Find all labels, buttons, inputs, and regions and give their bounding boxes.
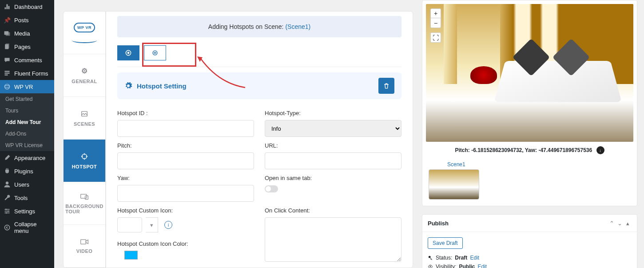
vr-icon [4, 83, 11, 90]
hotspot-tabs-row [117, 45, 402, 60]
metabox-down-button[interactable]: ⌄ [616, 219, 624, 227]
notice-scene-link[interactable]: (Scene1) [285, 23, 310, 30]
menu-pages[interactable]: Pages [0, 40, 54, 53]
on-click-textarea[interactable] [265, 217, 402, 262]
field-on-click: On Click Content: [265, 207, 402, 263]
scene-notice: Adding Hotspots on Scene: (Scene1) [117, 16, 402, 37]
submenu-wp-vr: Get Started Tours Add New Tour Add-Ons W… [0, 93, 54, 151]
wpvr-logo-badge: WP VR [74, 23, 95, 32]
zoom-in-button[interactable]: + [431, 9, 441, 18]
icon-picker: ▾ i [117, 217, 254, 232]
save-draft-button[interactable]: Save Draft [428, 237, 463, 249]
sub-add-new-tour[interactable]: Add New Tour [0, 116, 54, 128]
hotspot-add-tab[interactable] [144, 45, 166, 60]
svg-rect-21 [81, 240, 86, 244]
tab-hotspot[interactable]: HOTSPOT [64, 140, 105, 182]
field-hotspot-id: Hotspot ID : [117, 110, 254, 137]
eye-icon [428, 264, 433, 268]
visibility-label: Visibility: [436, 264, 456, 268]
menu-label: Appearance [14, 155, 45, 161]
metabox-up-button[interactable]: ⌃ [608, 219, 616, 227]
info-icon[interactable]: i [164, 221, 172, 229]
yaw-input[interactable] [117, 185, 254, 202]
menu-settings[interactable]: Settings [0, 204, 54, 218]
video-icon [80, 239, 89, 245]
key-icon [428, 255, 433, 260]
main-content: WP VR ⚙GENERAL SCENES HOTSPOT BACKGROUND… [54, 0, 644, 268]
publish-header: Publish ⌃ ⌄ ▴ [422, 215, 637, 232]
label: Open in same tab: [265, 175, 402, 181]
visibility-row: Visibility: Public Edit [428, 262, 632, 268]
tab-general[interactable]: ⚙GENERAL [64, 54, 105, 97]
scene-name[interactable]: Scene1 [447, 161, 633, 168]
menu-users[interactable]: Users [0, 178, 54, 191]
trash-icon [383, 82, 390, 89]
icon-input[interactable] [117, 217, 142, 232]
vr-preview[interactable]: + − ⛶ [426, 4, 633, 142]
menu-tools[interactable]: Tools [0, 191, 54, 204]
menu-label: WP VR [14, 84, 33, 90]
svg-point-15 [6, 212, 7, 213]
user-icon [4, 181, 11, 188]
pitch-input[interactable] [117, 152, 254, 169]
sliders-icon [4, 208, 11, 215]
hotspot-tab-1[interactable] [117, 45, 139, 60]
url-input[interactable] [265, 152, 402, 169]
menu-plugins[interactable]: Plugins [0, 164, 54, 178]
dot-circle-icon [125, 49, 132, 56]
menu-dashboard[interactable]: Dashboard [0, 0, 54, 13]
sub-license[interactable]: WP VR License [0, 140, 54, 151]
menu-posts[interactable]: 📌Posts [0, 13, 54, 27]
hotspot-setting-title: Hotspot Setting [137, 82, 374, 90]
menu-collapse[interactable]: Collapse menu [0, 218, 54, 237]
color-swatch[interactable] [124, 251, 138, 260]
edit-status-link[interactable]: Edit [470, 255, 479, 261]
tab-background-tour[interactable]: BACKGROUNDTOUR [64, 182, 105, 225]
field-yaw: Yaw: [117, 175, 254, 202]
sub-get-started[interactable]: Get Started [0, 93, 54, 105]
yaw-value: Yaw: -47.449671896757536 [525, 147, 592, 153]
status-label: Status: [436, 255, 452, 261]
label: Hotspot Custom Icon: [117, 207, 254, 214]
divider [117, 67, 402, 67]
hotspot-setting-header: Hotspot Setting [117, 72, 402, 99]
logo-tab: WP VR [64, 12, 105, 54]
publish-metabox: Publish ⌃ ⌄ ▴ Save Draft Status: Draft E… [422, 214, 637, 268]
label: Hotspot-Type: [265, 110, 402, 116]
fullscreen-button[interactable]: ⛶ [431, 33, 441, 42]
svg-point-25 [429, 256, 431, 258]
svg-point-9 [6, 182, 8, 184]
tab-scenes[interactable]: SCENES [64, 97, 105, 140]
menu-media[interactable]: Media [0, 27, 54, 40]
hotspot-panel: Adding Hotspots on Scene: (Scene1) Hotsp… [106, 11, 413, 268]
delete-hotspot-button[interactable] [378, 78, 394, 94]
notice-text: Adding Hotspots on Scene: [208, 23, 286, 30]
devices-icon [80, 193, 89, 200]
menu-comments[interactable]: Comments [0, 53, 54, 67]
field-icon-color: Hotspot Custom Icon Color: [117, 240, 254, 264]
svg-rect-6 [4, 74, 8, 75]
hotspot-type-select[interactable]: Info [265, 120, 402, 137]
menu-label: Comments [14, 57, 42, 64]
field-pitch: Pitch: [117, 142, 254, 169]
field-url: URL: [265, 142, 402, 169]
open-tab-toggle[interactable] [265, 185, 278, 192]
menu-fluent-forms[interactable]: Fluent Forms [0, 67, 54, 80]
svg-rect-4 [4, 71, 9, 72]
menu-appearance[interactable]: Appearance [0, 151, 54, 164]
sub-addons[interactable]: Add-Ons [0, 128, 54, 140]
hotspot-id-input[interactable] [117, 120, 254, 137]
icon-dropdown[interactable]: ▾ [146, 217, 158, 232]
field-open-tab: Open in same tab: [265, 175, 402, 202]
scene-thumbnail[interactable] [429, 169, 479, 200]
tab-video[interactable]: VIDEO [64, 225, 105, 268]
download-coords-button[interactable]: ↓ [596, 146, 604, 154]
tab-label: VIDEO [76, 248, 93, 254]
fullscreen-controls: ⛶ [430, 32, 441, 43]
sub-tours[interactable]: Tours [0, 105, 54, 116]
metabox-toggle-button[interactable]: ▴ [624, 219, 632, 227]
right-column: + − ⛶ Pitch: -6.181528623094732, Yaw: -4… [422, 0, 644, 268]
menu-wp-vr[interactable]: WP VR [0, 80, 54, 93]
zoom-out-button[interactable]: − [431, 18, 441, 28]
edit-visibility-link[interactable]: Edit [477, 264, 487, 268]
